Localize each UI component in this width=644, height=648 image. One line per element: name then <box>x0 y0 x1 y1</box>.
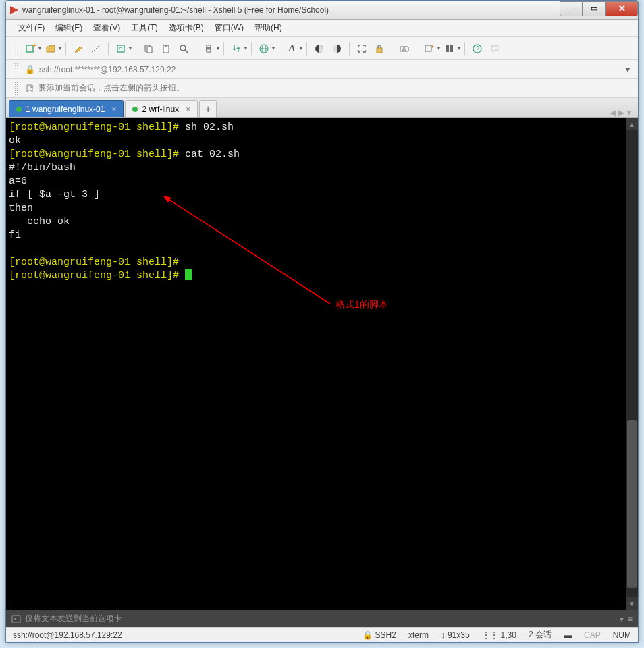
lock-icon: 🔒 <box>25 65 35 74</box>
highlight-button[interactable] <box>70 40 86 57</box>
hintbar-grip <box>14 82 18 95</box>
tab-close-icon[interactable]: × <box>186 105 190 114</box>
dropdown-icon[interactable]: ▾ <box>272 45 275 51</box>
minimize-button[interactable]: ─ <box>560 1 583 16</box>
close-button[interactable]: ✕ <box>606 1 638 16</box>
menu-view[interactable]: 查看(V) <box>89 20 124 36</box>
tab-wrf-linux[interactable]: 2 wrf-linux × <box>125 100 198 117</box>
new-session-button[interactable]: + <box>22 40 38 57</box>
svg-rect-11 <box>207 49 211 52</box>
dropdown-icon[interactable]: ▾ <box>437 45 440 51</box>
tabbar: 1 wangruifenglinux-01 × 2 wrf-linux × + … <box>6 98 638 118</box>
tab-prev-icon[interactable]: ◀ <box>610 108 616 117</box>
menu-edit[interactable]: 编辑(E) <box>51 20 86 36</box>
dropdown-icon[interactable]: ▾ <box>244 45 247 51</box>
menu-file[interactable]: 文件(F) <box>14 20 49 36</box>
maximize-button[interactable]: ▭ <box>583 1 606 16</box>
status-sessions: 2 会话 <box>529 629 552 641</box>
addressbar: 🔒 ssh://root:********@192.168.57.129:22 … <box>6 60 638 79</box>
tab-wangruifenglinux-01[interactable]: 1 wangruifenglinux-01 × <box>9 100 124 117</box>
separator <box>108 42 109 55</box>
reconnect-button[interactable] <box>113 40 129 57</box>
svg-text:+: + <box>32 43 36 49</box>
svg-rect-17 <box>377 48 382 53</box>
inputbar-dropdown-icon[interactable]: ▾ <box>620 614 624 624</box>
svg-rect-4 <box>147 47 152 53</box>
tab-add-button[interactable]: + <box>199 100 217 117</box>
hint-text: 要添加当前会话，点击左侧的箭头按钮。 <box>38 82 184 94</box>
svg-rect-10 <box>207 45 211 47</box>
color-scheme2-button[interactable] <box>329 40 345 57</box>
pos-icon: ⋮⋮ <box>482 630 498 640</box>
inputbar-text: 仅将文本发送到当前选项卡 <box>25 613 122 624</box>
app-window: wangruifenglinux-01 - root@wangruifeng-0… <box>5 0 639 643</box>
menu-tools[interactable]: 工具(T) <box>127 20 161 36</box>
menubar: 文件(F) 编辑(E) 查看(V) 工具(T) 选项卡(B) 窗口(W) 帮助(… <box>6 20 638 37</box>
keyboard-button[interactable] <box>396 40 412 57</box>
open-button[interactable] <box>43 40 59 57</box>
font-button[interactable]: A <box>284 40 300 57</box>
separator <box>349 42 350 55</box>
fullscreen-button[interactable] <box>354 40 370 57</box>
terminal-output[interactable]: [root@wangruifeng-01 shell]# sh 02.shok[… <box>6 118 638 286</box>
tab-next-icon[interactable]: ▶ <box>618 108 624 117</box>
window-title: wangruifenglinux-01 - root@wangruifeng-0… <box>22 5 560 15</box>
dropdown-icon[interactable]: ▾ <box>38 45 41 51</box>
status-size: ↕91x35 <box>441 630 470 640</box>
status-term: xterm <box>408 630 429 640</box>
help-button[interactable]: ? <box>469 40 485 57</box>
menu-tabs[interactable]: 选项卡(B) <box>165 20 208 36</box>
svg-point-7 <box>180 45 186 51</box>
search-button[interactable] <box>176 40 192 57</box>
dropdown-icon[interactable]: ▾ <box>458 45 460 51</box>
status-dot-icon <box>132 107 138 112</box>
print-button[interactable] <box>200 40 217 57</box>
status-indicator-icon: ▬ <box>564 630 572 640</box>
address-dropdown-icon[interactable]: ▾ <box>626 65 630 74</box>
view-mode-button[interactable] <box>441 40 458 57</box>
dropdown-icon[interactable]: ▾ <box>217 45 219 51</box>
dropdown-icon[interactable]: ▾ <box>59 45 61 51</box>
svg-line-8 <box>185 50 188 53</box>
separator <box>392 42 392 55</box>
terminal-area[interactable]: [root@wangruifeng-01 shell]# sh 02.shok[… <box>6 118 638 610</box>
separator <box>306 42 307 55</box>
dropdown-icon[interactable]: ▾ <box>300 45 302 51</box>
color-scheme-button[interactable] <box>311 40 327 57</box>
status-ssh: 🔒SSH2 <box>363 630 396 640</box>
input-mode-icon[interactable] <box>11 614 21 624</box>
scroll-up-icon[interactable]: ▲ <box>626 118 638 130</box>
encoding-button[interactable] <box>256 40 272 57</box>
menu-help[interactable]: 帮助(H) <box>250 20 286 36</box>
chat-button[interactable] <box>487 40 503 57</box>
wand-button[interactable] <box>88 40 104 57</box>
dropdown-icon[interactable]: ▾ <box>129 45 132 51</box>
paste-button[interactable] <box>158 40 174 57</box>
separator <box>417 42 417 55</box>
menu-window[interactable]: 窗口(W) <box>211 20 248 36</box>
titlebar: wangruifenglinux-01 - root@wangruifeng-0… <box>6 1 638 20</box>
status-num: NUM <box>613 630 631 640</box>
copy-button[interactable] <box>140 40 157 57</box>
scroll-down-icon[interactable]: ▼ <box>626 597 638 610</box>
tab-close-icon[interactable]: × <box>111 105 116 114</box>
scroll-thumb[interactable] <box>627 420 637 588</box>
hintbar: 要添加当前会话，点击左侧的箭头按钮。 <box>6 79 638 98</box>
layout-add-button[interactable]: + <box>421 40 437 57</box>
tab-label: 2 wrf-linux <box>142 105 179 114</box>
svg-rect-6 <box>165 45 167 47</box>
transfer-button[interactable] <box>228 40 244 57</box>
lock-button[interactable] <box>371 40 387 57</box>
window-controls: ─ ▭ ✕ <box>560 1 638 16</box>
tab-menu-icon[interactable]: ▾ <box>627 108 631 117</box>
address-text[interactable]: ssh://root:********@192.168.57.129:22 <box>39 65 622 74</box>
addressbar-grip <box>14 63 18 76</box>
separator <box>464 42 465 55</box>
bookmark-icon[interactable] <box>25 84 34 93</box>
svg-text:?: ? <box>476 45 480 53</box>
svg-rect-2 <box>117 45 124 52</box>
inputbar-toggle-icon[interactable]: ≡ <box>628 614 633 624</box>
toolbar: + ▾ ▾ ▾ ▾ ▾ ▾ A ▾ + ▾ <box>6 37 638 60</box>
terminal-scrollbar[interactable]: ▲ ▼ <box>626 118 638 610</box>
toolbar-grip <box>14 42 18 55</box>
